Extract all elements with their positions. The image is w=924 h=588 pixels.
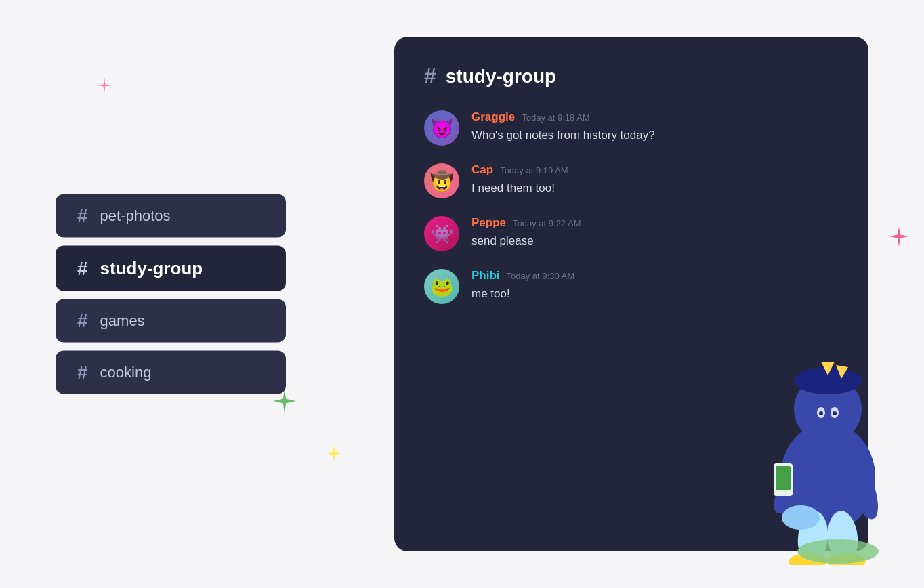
channel-hash-icon: # [77,207,88,226]
svg-point-18 [797,539,879,564]
avatar-graggle: 😈 [424,110,459,146]
channel-name-label: cooking [100,364,152,381]
message-timestamp: Today at 9:18 AM [522,112,589,123]
channel-item-cooking[interactable]: # cooking [56,351,286,394]
message-text: Who's got notes from history today? [471,127,839,144]
sparkle-right [889,226,909,249]
avatar-phibi: 🐸 [424,269,459,304]
message-text: me too! [471,285,839,303]
message-meta: Phibi Today at 9:30 AM [471,269,839,282]
message-timestamp: Today at 9:30 AM [507,271,574,281]
message-content: Cap Today at 9:19 AM I need them too! [471,163,839,197]
message-author: Phibi [471,269,500,282]
message-meta: Cap Today at 9:19 AM [471,163,839,177]
message-timestamp: Today at 9:22 AM [513,218,581,228]
chat-header-hash-icon: # [424,64,436,89]
message-author: Cap [471,163,493,177]
svg-rect-12 [776,466,791,490]
svg-point-17 [782,505,820,530]
message-author: Graggle [471,110,515,124]
message-row: 🐸 Phibi Today at 9:30 AM me too! [424,269,839,304]
message-meta: Peppe Today at 9:22 AM [471,216,839,230]
avatar-cap: 🤠 [424,163,459,198]
message-row: 😈 Graggle Today at 9:18 AM Who's got not… [424,110,839,146]
svg-point-5 [819,411,823,415]
message-text: I need them too! [471,180,839,197]
messages-list: 😈 Graggle Today at 9:18 AM Who's got not… [424,110,839,304]
sparkle-top-left [96,77,112,96]
message-meta: Graggle Today at 9:18 AM [471,110,839,124]
channel-name-label: study-group [100,258,203,279]
avatar-peppe: 👾 [424,216,459,251]
channel-hash-icon: # [77,363,88,382]
channel-name-label: pet-photos [100,207,171,225]
message-content: Graggle Today at 9:18 AM Who's got notes… [471,110,839,144]
message-content: Phibi Today at 9:30 AM me too! [471,269,839,303]
chat-channel-title: study-group [446,66,556,87]
channel-hash-icon: # [77,259,88,278]
scene: # pet-photos # study-group # games # coo… [56,37,868,551]
message-author: Peppe [471,216,506,230]
message-row: 🤠 Cap Today at 9:19 AM I need them too! [424,163,839,198]
channel-list: # pet-photos # study-group # games # coo… [56,194,286,394]
channel-item-pet-photos[interactable]: # pet-photos [56,194,286,238]
channel-item-games[interactable]: # games [56,299,286,343]
chat-header: # study-group [424,64,839,89]
channel-hash-icon: # [77,312,88,331]
sparkle-yellow [327,446,341,463]
svg-point-6 [833,411,837,415]
message-content: Peppe Today at 9:22 AM send please [471,216,839,250]
message-timestamp: Today at 9:19 AM [500,165,568,175]
message-text: send please [471,232,839,250]
message-row: 👾 Peppe Today at 9:22 AM send please [424,216,839,251]
character-illustration [733,308,923,565]
channel-name-label: games [100,312,145,330]
channel-item-study-group[interactable]: # study-group [56,246,286,291]
